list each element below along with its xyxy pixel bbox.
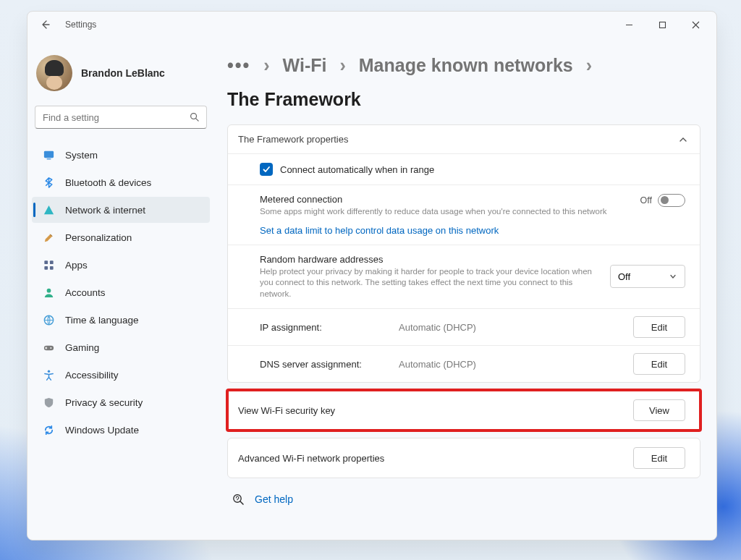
network-icon	[42, 203, 55, 216]
avatar	[36, 55, 72, 91]
panel-header[interactable]: The Framework properties	[228, 125, 700, 153]
auto-connect-checkbox[interactable]	[260, 163, 273, 176]
privacy-icon	[42, 396, 55, 409]
sidebar-item-bluetooth[interactable]: Bluetooth & devices	[32, 169, 210, 195]
wifi-key-row: View Wi-Fi security key View	[228, 391, 700, 430]
chevron-right-icon: ›	[339, 55, 345, 76]
ip-value: Automatic (DHCP)	[399, 322, 624, 333]
ip-label: IP assignment:	[260, 322, 390, 333]
sidebar-item-gaming[interactable]: Gaming	[32, 334, 210, 360]
advanced-row: Advanced Wi-Fi network properties Edit	[228, 438, 700, 478]
sidebar-item-accessibility[interactable]: Accessibility	[32, 362, 210, 388]
user-profile[interactable]: Brandon LeBlanc	[32, 51, 210, 96]
bluetooth-icon	[42, 176, 55, 189]
search	[35, 106, 207, 129]
dns-value: Automatic (DHCP)	[399, 359, 624, 370]
properties-panel: The Framework properties Connect automat…	[227, 124, 700, 383]
sidebar-item-label: Windows Update	[65, 425, 139, 436]
sidebar-item-label: Accounts	[65, 287, 106, 298]
sidebar-item-label: Gaming	[65, 342, 99, 353]
get-help: Get help	[232, 493, 700, 506]
wifi-key-label: View Wi-Fi security key	[238, 405, 335, 416]
breadcrumb-item[interactable]: Wi-Fi	[283, 55, 327, 76]
sidebar-item-label: Network & internet	[65, 205, 145, 216]
dns-edit-button[interactable]: Edit	[633, 353, 685, 375]
breadcrumb-current: The Framework	[227, 89, 361, 110]
accounts-icon	[42, 286, 55, 299]
maximize-button[interactable]	[645, 13, 679, 36]
svg-rect-3	[46, 158, 51, 159]
breadcrumb: ••• › Wi-Fi › Manage known networks › Th…	[227, 55, 700, 110]
settings-window: Settings Brandon LeBlanc Syste	[27, 11, 717, 540]
minimize-icon	[625, 21, 633, 29]
chevron-right-icon: ›	[263, 55, 269, 76]
metered-subtitle: Some apps might work differently to redu…	[260, 206, 626, 218]
search-icon	[189, 111, 200, 122]
sidebar-item-network[interactable]: Network & internet	[32, 197, 210, 223]
search-input[interactable]	[35, 106, 207, 129]
chevron-right-icon: ›	[586, 55, 592, 76]
ip-row: IP assignment: Automatic (DHCP) Edit	[228, 308, 700, 345]
metered-toggle-label: Off	[640, 195, 652, 205]
metered-row: Metered connection Some apps might work …	[228, 184, 700, 245]
get-help-link[interactable]: Get help	[255, 493, 293, 505]
panel-title: The Framework properties	[238, 134, 348, 145]
ip-edit-button[interactable]: Edit	[633, 316, 685, 338]
main: ••• › Wi-Fi › Manage known networks › Th…	[219, 38, 716, 540]
sidebar-item-label: Time & language	[65, 315, 139, 326]
window-controls	[612, 13, 712, 36]
svg-rect-0	[659, 22, 665, 27]
advanced-label: Advanced Wi-Fi network properties	[238, 453, 384, 464]
random-mac-select[interactable]: Off	[610, 265, 685, 288]
chevron-down-icon	[669, 272, 677, 281]
sidebar-item-label: Apps	[65, 260, 88, 271]
svg-point-12	[47, 370, 49, 372]
windows-update-icon	[42, 423, 55, 436]
random-mac-row: Random hardware addresses Help protect y…	[228, 245, 700, 309]
user-name: Brandon LeBlanc	[81, 67, 165, 79]
sidebar-item-label: Bluetooth & devices	[65, 177, 151, 188]
advanced-edit-button[interactable]: Edit	[633, 447, 685, 469]
sidebar-item-accounts[interactable]: Accounts	[32, 279, 210, 305]
advanced-panel: Advanced Wi-Fi network properties Edit	[227, 438, 700, 478]
sidebar-item-personalization[interactable]: Personalization	[32, 224, 210, 250]
sidebar-item-time-language[interactable]: Time & language	[32, 307, 210, 333]
random-mac-value: Off	[618, 271, 630, 282]
time-language-icon	[42, 313, 55, 326]
sidebar: Brandon LeBlanc System Bluetooth & devic…	[27, 38, 219, 540]
svg-rect-4	[44, 260, 48, 264]
sidebar-item-windows-update[interactable]: Windows Update	[32, 417, 210, 443]
app-title: Settings	[65, 20, 96, 30]
system-icon	[42, 148, 55, 161]
metered-data-limit-link[interactable]: Set a data limit to help control data us…	[260, 225, 685, 236]
random-mac-title: Random hardware addresses	[260, 254, 596, 265]
sidebar-item-label: Personalization	[65, 232, 132, 243]
back-button[interactable]	[38, 17, 54, 33]
personalization-icon	[42, 231, 55, 244]
svg-rect-6	[44, 266, 48, 269]
svg-rect-5	[49, 260, 53, 264]
metered-title: Metered connection	[260, 194, 626, 205]
sidebar-item-privacy[interactable]: Privacy & security	[32, 389, 210, 415]
svg-rect-2	[43, 150, 53, 157]
minimize-button[interactable]	[612, 13, 645, 36]
sidebar-item-label: System	[65, 150, 98, 161]
apps-icon	[42, 258, 55, 271]
help-icon	[232, 493, 245, 506]
sidebar-item-label: Accessibility	[65, 370, 119, 381]
sidebar-item-system[interactable]: System	[32, 142, 210, 168]
metered-toggle[interactable]: Off	[640, 194, 685, 207]
sidebar-item-apps[interactable]: Apps	[32, 252, 210, 278]
close-button[interactable]	[679, 13, 712, 36]
chevron-up-icon	[678, 135, 688, 145]
breadcrumb-overflow[interactable]: •••	[227, 55, 250, 76]
nav: System Bluetooth & devices Network & int…	[32, 142, 210, 443]
wifi-security-key-panel: View Wi-Fi security key View	[227, 390, 700, 430]
maximize-icon	[659, 21, 666, 29]
breadcrumb-item[interactable]: Manage known networks	[359, 55, 573, 76]
svg-point-8	[46, 288, 51, 292]
dns-label: DNS server assignment:	[260, 359, 390, 370]
accessibility-icon	[42, 368, 55, 381]
check-icon	[262, 165, 271, 174]
wifi-key-view-button[interactable]: View	[633, 399, 685, 421]
